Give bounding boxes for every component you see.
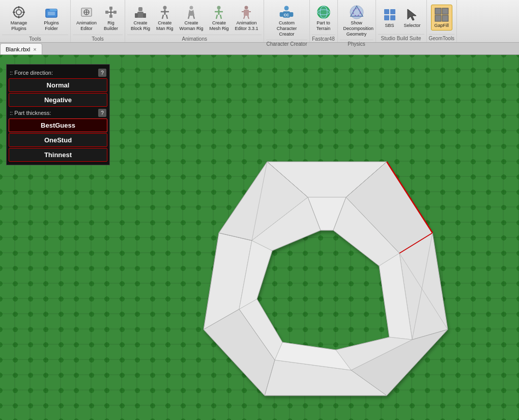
create-man-rig-icon: [157, 4, 173, 20]
create-block-rig-icon: [132, 4, 149, 20]
toolbar-group-animations: CreateBlock Rig CreateMan Rig: [125, 0, 264, 42]
toolbar-group-label-char-creator: Character Creator: [266, 40, 307, 48]
svg-point-41: [284, 6, 289, 11]
svg-line-39: [244, 16, 245, 19]
toolbar-group-label-fastcar: Fastcar48: [312, 35, 335, 43]
rig-builder-label: RigBuilder: [104, 20, 118, 32]
svg-rect-7: [48, 12, 55, 15]
force-direction-help-button[interactable]: ?: [98, 69, 106, 77]
normal-button[interactable]: Normal: [9, 78, 107, 92]
toolbar-group-tools1: Manage Plugins Plugins Folder Tools: [0, 0, 71, 42]
svg-rect-44: [290, 12, 294, 17]
create-mesh-rig-label: CreateMesh Rig: [209, 20, 228, 32]
create-block-rig-label: CreateBlock Rig: [131, 20, 150, 32]
part-to-terrain-label: Part toTerrain: [316, 20, 331, 32]
svg-point-27: [189, 6, 193, 10]
plugins-folder-label: Plugins Folder: [38, 20, 65, 32]
part-to-terrain-icon: [315, 4, 332, 20]
svg-rect-59: [435, 15, 441, 21]
3d-shape-svg: [188, 157, 463, 420]
svg-rect-58: [442, 8, 448, 14]
gapfill-button[interactable]: GapFill: [431, 5, 452, 31]
thinnest-button[interactable]: Thinnest: [9, 148, 107, 162]
onestud-button[interactable]: OneStud: [9, 133, 107, 147]
sbs-button[interactable]: SBS: [379, 5, 400, 31]
svg-rect-52: [384, 9, 389, 14]
toolbar-group-sbs: SBS Selector Studio Build Suite: [376, 0, 427, 42]
svg-rect-21: [143, 13, 146, 18]
part-thickness-header: :: Part thickness: ?: [9, 109, 107, 117]
svg-rect-15: [113, 11, 117, 14]
plugins-folder-button[interactable]: Plugins Folder: [36, 2, 67, 34]
toolbar-group-label-tools1: Tools: [2, 35, 68, 43]
part-thickness-help-button[interactable]: ?: [98, 109, 106, 117]
svg-rect-19: [137, 12, 143, 18]
tab-label: Blank.rbxl: [6, 46, 30, 52]
blank-tab[interactable]: Blank.rbxl ×: [0, 43, 42, 54]
create-mesh-rig-icon: [211, 4, 227, 20]
svg-point-46: [318, 6, 330, 18]
selector-button[interactable]: Selector: [401, 5, 423, 31]
toolbar-group-label-tools2: Tools: [73, 35, 123, 43]
sbs-icon: [382, 7, 398, 23]
svg-rect-12: [109, 7, 112, 10]
svg-point-49: [350, 6, 363, 19]
create-mesh-rig-button[interactable]: CreateMesh Rig: [207, 2, 231, 34]
svg-point-35: [245, 6, 248, 10]
tab-close-button[interactable]: ×: [33, 46, 36, 52]
svg-text:CC: CC: [284, 13, 289, 17]
manage-plugins-icon: [11, 4, 27, 20]
svg-line-34: [220, 15, 221, 19]
part-to-terrain-button[interactable]: Part toTerrain: [313, 2, 334, 34]
sbs-label: SBS: [385, 23, 394, 28]
svg-rect-54: [384, 15, 389, 20]
custom-character-creator-label: Custom CharacterCreator: [273, 20, 300, 37]
toolbar: Manage Plugins Plugins Folder Tools: [0, 0, 519, 43]
svg-rect-18: [138, 7, 142, 11]
svg-rect-60: [442, 15, 448, 21]
animation-editor-label: AnimationEditor: [76, 20, 97, 32]
toolbar-group-geomtools: GapFill GeomTools: [427, 0, 457, 42]
create-man-rig-button[interactable]: CreateMan Rig: [154, 2, 176, 34]
show-decomp-icon: [349, 4, 365, 20]
svg-rect-53: [390, 9, 395, 14]
svg-line-26: [166, 15, 167, 19]
force-direction-label: :: Force direction:: [10, 70, 53, 76]
negative-button[interactable]: Negative: [9, 93, 107, 107]
animation-editor-3-icon: [238, 4, 254, 20]
svg-rect-36: [244, 10, 249, 16]
toolbar-group-label-animations: Animations: [127, 35, 262, 43]
svg-line-28: [188, 15, 189, 19]
svg-line-33: [216, 15, 217, 19]
rig-builder-button[interactable]: RigBuilder: [100, 2, 122, 34]
toolbar-group-label-geomtools: GeomTools: [429, 34, 455, 42]
toolbar-group-physics: Show DecompositionGeometry Physics: [338, 0, 376, 42]
svg-line-40: [248, 16, 249, 19]
create-woman-rig-label: CreateWoman Rig: [180, 20, 204, 32]
animation-editor-button[interactable]: AnimationEditor: [74, 2, 99, 34]
3d-shape-container: [188, 157, 463, 420]
custom-character-creator-icon: CC: [278, 4, 295, 20]
force-direction-header: :: Force direction: ?: [9, 69, 107, 77]
manage-plugins-button[interactable]: Manage Plugins: [3, 2, 35, 34]
toolbar-group-label-physics: Physics: [340, 40, 373, 48]
create-woman-rig-button[interactable]: CreateWoman Rig: [177, 2, 206, 34]
toolbar-group-char-creator: CC Custom CharacterCreator Character Cre…: [264, 0, 309, 42]
create-block-rig-button[interactable]: CreateBlock Rig: [128, 2, 153, 34]
svg-rect-43: [280, 12, 283, 17]
tab-bar: Blank.rbxl ×: [0, 43, 519, 55]
gapfill-icon: [434, 7, 450, 23]
bestguess-button[interactable]: BestGuess: [9, 118, 107, 132]
selector-icon: [404, 7, 420, 23]
custom-character-creator-button[interactable]: CC Custom CharacterCreator: [271, 2, 302, 39]
animation-editor-3-button[interactable]: AnimationEditor 3.3.1: [232, 2, 261, 34]
svg-rect-13: [109, 15, 112, 18]
selector-label: Selector: [404, 23, 421, 28]
animation-editor-3-label: AnimationEditor 3.3.1: [235, 20, 258, 32]
part-thickness-label: :: Part thickness:: [10, 110, 51, 116]
create-woman-rig-icon: [183, 4, 199, 20]
animation-editor-icon: [78, 4, 95, 20]
svg-rect-57: [435, 8, 441, 14]
svg-rect-20: [135, 13, 138, 18]
show-decomp-button[interactable]: Show DecompositionGeometry: [341, 2, 372, 39]
